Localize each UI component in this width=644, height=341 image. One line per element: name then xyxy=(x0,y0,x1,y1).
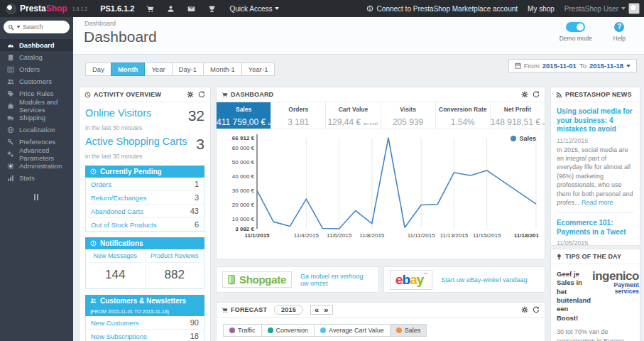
legend-dot-icon xyxy=(229,328,235,333)
news-article-excerpt: In 2015, social media are an integral pa… xyxy=(557,146,634,207)
news-article-date: 11/05/2015 xyxy=(557,239,634,247)
panel-refresh-icon[interactable] xyxy=(533,91,540,98)
stats-trophy-icon[interactable] xyxy=(202,5,222,13)
table-row: Out of Stock Products6 xyxy=(86,218,204,231)
date-to: 2015-11-18 xyxy=(589,62,623,70)
marketplace-connect-link[interactable]: Connect to PrestaShop Marketplace accoun… xyxy=(366,5,518,13)
forecast-prev-button[interactable]: « xyxy=(315,305,319,314)
search-scope-caret-icon[interactable] xyxy=(17,26,21,28)
product-reviews-link[interactable]: Product Reviews xyxy=(148,252,202,263)
help-button[interactable]: ? Help xyxy=(613,22,626,42)
range-day-1-button[interactable]: Day-1 xyxy=(172,63,204,76)
ingenico-logo[interactable]: ingenico Payment services xyxy=(592,270,639,323)
my-shop-link[interactable]: My shop xyxy=(528,5,555,13)
svg-text:20 000 €: 20 000 € xyxy=(232,202,255,208)
sidebar-item-catalog[interactable]: Catalog xyxy=(0,51,73,63)
kpi-conversion-rate-tab[interactable]: Conversion Rate1.54% xyxy=(436,102,491,129)
sidebar-item-orders[interactable]: Orders xyxy=(0,63,73,75)
new-subscriptions-link[interactable]: New Subscriptions xyxy=(91,332,147,340)
alert-icon xyxy=(90,240,97,247)
svg-text:11/18/201: 11/18/201 xyxy=(514,232,540,239)
date-range-picker[interactable]: From 2015-11-01 To 2015-11-18 xyxy=(508,59,637,72)
sales-chart: 11/1/201511/4/201511/6/201511/8/201511/1… xyxy=(217,129,545,257)
user-menu[interactable]: PrestaShop User xyxy=(564,3,640,14)
sidebar-search[interactable] xyxy=(4,21,70,33)
version-small: 1.6.1.2 xyxy=(72,6,87,11)
pending-orders-link[interactable]: Orders xyxy=(91,180,111,188)
prestashop-logo-icon xyxy=(6,4,16,14)
news-article-title-link[interactable]: Using social media for your business: 4 … xyxy=(557,107,634,134)
online-visitors-link[interactable]: Online Visitors xyxy=(85,107,151,119)
kpi-visits-tab[interactable]: Visits205 939 xyxy=(381,102,436,129)
panel-settings-gear-icon[interactable] xyxy=(187,91,194,98)
cog-icon xyxy=(7,163,14,170)
sidebar-item-localization[interactable]: Localization xyxy=(0,124,73,136)
messages-icon[interactable] xyxy=(181,5,202,13)
kpi-orders-tab[interactable]: Orders3 181 xyxy=(271,102,326,129)
date-from: 2015-11-01 xyxy=(542,62,577,70)
abandoned-carts-link[interactable]: Abandoned Carts xyxy=(91,207,143,215)
sidebar-item-shipping[interactable]: Shipping xyxy=(0,112,73,124)
forecast-legend-traffic[interactable]: Traffic xyxy=(223,324,262,337)
ebay-promo-link[interactable]: Start uw eBay-winkel vandaag xyxy=(441,276,527,283)
forecast-legend-average-cart-value[interactable]: Average Cart Value xyxy=(314,324,391,337)
forecast-panel-title: FORECAST xyxy=(231,306,267,313)
new-messages-cell: New Messages 144 xyxy=(86,249,145,288)
forecast-legend-sales[interactable]: Sales xyxy=(390,324,427,337)
panel-settings-gear-icon[interactable] xyxy=(521,306,528,313)
gears-icon xyxy=(7,151,14,158)
quick-access-menu[interactable]: Quick Access xyxy=(229,5,279,13)
new-messages-link[interactable]: New Messages xyxy=(89,252,142,263)
tag-icon xyxy=(7,90,14,97)
read-more-link[interactable]: Read more xyxy=(582,199,613,206)
news-article-title-link[interactable]: Ecommerce 101: Payments in a Tweet xyxy=(557,219,634,237)
kpi-net-profit-tab[interactable]: Net Profit148 918,51 € tax excl. xyxy=(491,102,545,129)
range-month-1-button[interactable]: Month-1 xyxy=(203,63,242,76)
demo-mode-toggle[interactable] xyxy=(566,22,585,32)
sidebar: Dashboard Catalog Orders Customers Price… xyxy=(0,17,73,341)
range-year-button[interactable]: Year xyxy=(144,63,172,76)
prestashop-logo[interactable]: PrestaShop 1.6.1.2 xyxy=(0,4,93,14)
chevron-down-icon xyxy=(275,7,279,10)
puzzle-icon xyxy=(7,102,14,109)
legend-dot-icon xyxy=(511,136,516,141)
customers-icon[interactable] xyxy=(160,5,181,13)
sidebar-collapse-handle[interactable] xyxy=(34,194,40,200)
currently-pending-section: Currently Pending Orders1 Return/Exchang… xyxy=(85,166,204,232)
panel-settings-gear-icon[interactable] xyxy=(521,91,528,98)
range-day-button[interactable]: Day xyxy=(85,63,111,76)
kpi-sales-tab[interactable]: Sales411 759,00 € tax excl. xyxy=(217,102,271,129)
sidebar-item-dashboard[interactable]: Dashboard xyxy=(0,39,73,51)
out-of-stock-link[interactable]: Out of Stock Products xyxy=(91,221,156,229)
forecast-legend-conversion[interactable]: Conversion xyxy=(261,324,315,337)
sidebar-item-administration[interactable]: Administration xyxy=(0,160,73,172)
search-icon xyxy=(8,24,14,31)
activity-overview-panel: ACTIVITY OVERVIEW Online Visitors 32 in … xyxy=(79,87,211,341)
active-carts-metric: Active Shopping Carts 3 xyxy=(85,136,204,153)
new-customers-link[interactable]: New Customers xyxy=(91,319,139,327)
svg-text:11/6/2015: 11/6/2015 xyxy=(327,232,352,239)
brand-shop: Shop xyxy=(46,4,67,13)
avatar xyxy=(628,3,640,14)
panel-refresh-icon[interactable] xyxy=(198,91,205,98)
chart-legend-sales[interactable]: Sales xyxy=(511,135,536,142)
active-carts-link[interactable]: Active Shopping Carts xyxy=(85,136,187,147)
sidebar-item-advanced-parameters[interactable]: Advanced Parameters xyxy=(0,148,73,160)
forecast-next-button[interactable]: » xyxy=(324,305,328,314)
orders-cart-icon[interactable] xyxy=(140,5,160,13)
ebay-logo: ebay™ xyxy=(390,270,432,290)
range-year-1-button[interactable]: Year-1 xyxy=(241,63,275,76)
sidebar-item-stats[interactable]: Stats xyxy=(0,172,73,184)
svg-text:11/15/2015: 11/15/2015 xyxy=(473,232,501,239)
tips-panel-title: TIPS OF THE DAY xyxy=(565,253,621,260)
panel-refresh-icon[interactable] xyxy=(533,306,540,313)
sidebar-item-modules[interactable]: Modules and Services xyxy=(0,99,73,112)
activity-icon xyxy=(84,92,91,98)
range-month-button[interactable]: Month xyxy=(111,63,146,76)
shopgate-promo-link[interactable]: Ga mobiel en verhoog uw omzet xyxy=(300,273,373,287)
search-input[interactable] xyxy=(23,23,60,31)
kpi-cart-value-tab[interactable]: Cart Value129,44 € tax excl. xyxy=(326,102,381,129)
sidebar-item-customers[interactable]: Customers xyxy=(0,75,73,87)
pending-returns-link[interactable]: Return/Exchanges xyxy=(91,194,146,202)
online-visitors-metric: Online Visitors 32 xyxy=(85,107,204,124)
